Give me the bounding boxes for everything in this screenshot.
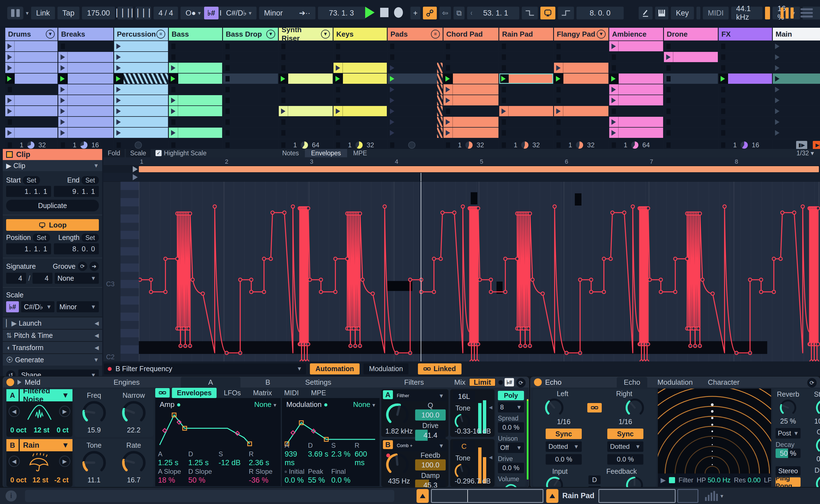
echo-hot-swap-icon[interactable]: ⟳: [807, 378, 817, 388]
clip-slot[interactable]: [719, 84, 772, 95]
clip-slot[interactable]: [719, 117, 772, 127]
capture-midi-button[interactable]: ⧉: [453, 7, 464, 19]
clip-slot[interactable]: [388, 52, 443, 62]
engine-b-prev-icon[interactable]: ◀: [9, 456, 20, 467]
clip-slot[interactable]: [334, 128, 387, 138]
groove-commit-icon[interactable]: ➔: [89, 262, 99, 271]
unison-menu[interactable]: Off▼: [498, 442, 524, 453]
meld-hot-swap-icon[interactable]: ⟳: [516, 378, 526, 388]
mix-b-meter-arrow-icon[interactable]: ◀: [489, 455, 492, 460]
clip-slot[interactable]: [114, 84, 168, 95]
end-set-button[interactable]: Set: [81, 176, 99, 184]
automation-tab[interactable]: Automation: [310, 363, 360, 374]
clip-slot[interactable]: [443, 63, 498, 73]
fold-keys-icon[interactable]: [655, 7, 669, 19]
clip-slot[interactable]: [609, 95, 663, 105]
scene-slot-8[interactable]: 8: [773, 117, 820, 127]
subtab-lfos[interactable]: LFOs: [219, 388, 246, 398]
track-header-chord-pad[interactable]: Chord Pad: [443, 28, 498, 40]
clip-slot[interactable]: [223, 117, 278, 127]
clip-slot[interactable]: [719, 106, 772, 116]
poly-mono-toggle[interactable]: Poly: [498, 391, 524, 400]
clip-slot[interactable]: [5, 63, 57, 73]
options-chevron-icon[interactable]: ▾: [26, 10, 29, 16]
metronome-button[interactable]: O● ▾: [180, 7, 206, 19]
narrow-knob[interactable]: [121, 400, 146, 426]
loop-toggle-button[interactable]: Loop: [6, 219, 99, 231]
spread-field[interactable]: 0.0 %: [498, 422, 524, 433]
filter-enable-icon[interactable]: [669, 477, 675, 483]
clip-slot[interactable]: [114, 41, 168, 51]
clip-slot[interactable]: [443, 41, 498, 51]
clip-slot[interactable]: [5, 117, 57, 127]
loop-position-field[interactable]: 1. 1. 1: [6, 243, 51, 254]
poly-drive-field[interactable]: 0.0 %: [498, 463, 524, 473]
clip-slot-playing[interactable]: [719, 74, 772, 84]
show-device-view-button[interactable]: [546, 489, 558, 503]
clip-slot-playing[interactable]: [279, 74, 333, 84]
nudge-down-button[interactable]: ▏▏▏: [117, 7, 133, 19]
amp-sustain[interactable]: -12 dB: [219, 459, 249, 467]
clip-slot[interactable]: [58, 52, 113, 62]
echo-left-sync[interactable]: Sync: [546, 429, 582, 439]
track-collapse-icon[interactable]: ▼: [321, 30, 330, 39]
scene-slot-3[interactable]: 3: [773, 63, 820, 73]
clip-slot[interactable]: [554, 41, 608, 51]
tone-knob[interactable]: [81, 450, 107, 475]
launch-section-header[interactable]: ▏▶︎ Launch◀: [3, 317, 102, 329]
clip-slot[interactable]: [664, 63, 718, 73]
clip-slot[interactable]: [223, 63, 278, 73]
filter-b-feedb-slider[interactable]: 100.0: [415, 459, 446, 470]
clip-slot[interactable]: [554, 84, 608, 95]
scene-slot-4[interactable]: 4: [773, 74, 820, 84]
track-header-pads[interactable]: Pads≡: [388, 28, 443, 40]
clip-slot[interactable]: [609, 106, 663, 116]
amp-env-mode-menu[interactable]: None ▾: [254, 400, 276, 409]
scene-slot-9[interactable]: 9: [773, 128, 820, 138]
clip-slot[interactable]: [443, 52, 498, 62]
mix-b-mode[interactable]: C: [453, 441, 475, 452]
clip-slot[interactable]: [279, 117, 333, 127]
device-chain-thumbnail[interactable]: [598, 489, 676, 503]
track-header-fx[interactable]: FX: [719, 28, 772, 40]
mix-a-mode[interactable]: 16L: [453, 391, 475, 402]
env-link-icon[interactable]: [155, 388, 170, 397]
clip-slot[interactable]: [719, 41, 772, 51]
generate-section-header[interactable]: ⦿ Generate▼: [3, 353, 102, 366]
loop-length-field[interactable]: 8. 0. 0: [576, 7, 624, 19]
engine-a-next-icon[interactable]: ▶: [59, 406, 70, 417]
filter-a-freq[interactable]: 1.82 kHz: [382, 427, 416, 435]
track-header-synth-riser[interactable]: Synth Riser▼: [279, 28, 333, 40]
engine-a-prev-icon[interactable]: ◀: [9, 406, 20, 417]
clip-slot-playing[interactable]: [609, 74, 663, 84]
tap-tempo-button[interactable]: Tap: [57, 7, 80, 19]
scale-fold-button[interactable]: Scale: [126, 149, 151, 157]
mod-sustain[interactable]: 2.3 %: [331, 450, 355, 467]
clip-overview-thumbnail[interactable]: [431, 489, 543, 503]
amp-a-slope[interactable]: 18 %: [158, 476, 188, 485]
clip-slot[interactable]: [279, 128, 333, 138]
clip-slot[interactable]: [5, 41, 57, 51]
play-button[interactable]: [365, 7, 375, 18]
clip-slot[interactable]: [719, 128, 772, 138]
clip-section-header[interactable]: ▶︎ Clip▼: [3, 160, 102, 171]
tempo-field[interactable]: 175.00: [82, 7, 115, 19]
echo-output-value[interactable]: 0.0 d: [812, 455, 820, 463]
clip-slot[interactable]: [388, 41, 443, 51]
clip-slot[interactable]: [554, 63, 608, 73]
follow-button[interactable]: ➔··: [294, 7, 316, 19]
clip-slot[interactable]: [499, 84, 553, 95]
clip-slot-playing[interactable]: [114, 74, 168, 84]
echo-right-division[interactable]: 1/16: [619, 418, 632, 426]
echo-res1-value[interactable]: 0.00: [748, 476, 761, 484]
clip-slot[interactable]: [443, 84, 498, 95]
clip-slot[interactable]: [499, 117, 553, 127]
reenable-automation-button[interactable]: ⇦: [439, 7, 451, 19]
clip-end-field[interactable]: 9. 1. 1: [54, 186, 99, 197]
clip-slot[interactable]: [554, 117, 608, 127]
status-expand-chevron-icon[interactable]: ▾: [721, 493, 723, 499]
meld-power-button[interactable]: [6, 378, 14, 386]
amp-attack[interactable]: 1.25 s: [158, 459, 188, 467]
track-header-rain-pad[interactable]: Rain Pad: [499, 28, 553, 40]
filter-a-type-menu[interactable]: Filther▼: [394, 390, 447, 401]
